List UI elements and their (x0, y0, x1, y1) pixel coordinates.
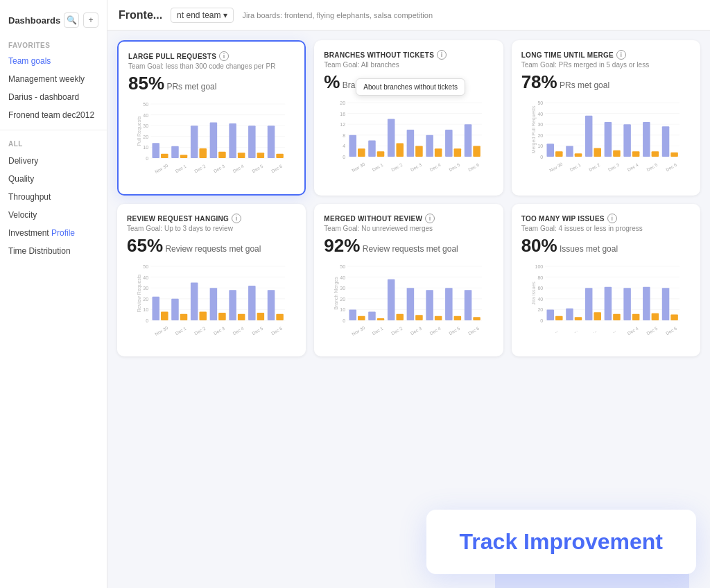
sidebar-item-fronend-team[interactable]: Fronend team dec2012 (0, 106, 107, 124)
card-branches-without-tickets: BRANCHES WITHOUT TICKETSiTeam Goal: All … (314, 40, 503, 196)
sidebar-header: Dashboards 🔍 + (0, 8, 107, 36)
search-button[interactable]: 🔍 (64, 12, 79, 28)
svg-rect-191 (613, 314, 621, 320)
chart-branches-without-tickets: 048121620Nov 30Dec 1Dec 2Dec 3Dec 4Dec 5… (324, 100, 493, 183)
svg-rect-49 (369, 141, 376, 157)
svg-rect-56 (415, 146, 423, 157)
svg-text:30: 30 (143, 123, 148, 128)
card-review-request-hanging: REVIEW REQUEST HANGINGiTeam Goal: Up to … (117, 204, 306, 356)
card-value-large-pull-requests: 85% PRs met goal (128, 73, 295, 94)
card-value-merged-without-review: 92% Review requests met goal (324, 235, 493, 257)
info-icon[interactable]: i (607, 214, 617, 223)
card-title-large-pull-requests: LARGE PULL REQUESTSi (128, 51, 295, 61)
svg-rect-132 (276, 314, 284, 320)
svg-text:...: ... (553, 328, 558, 334)
svg-rect-64 (465, 124, 472, 157)
svg-text:...: ... (610, 328, 616, 334)
svg-rect-185 (574, 317, 582, 320)
svg-rect-156 (407, 288, 415, 320)
team-dropdown[interactable]: nt end team ▾ (171, 8, 234, 23)
svg-text:40: 40 (340, 275, 346, 280)
svg-text:Dec 3: Dec 3 (213, 326, 226, 336)
svg-text:40: 40 (143, 275, 148, 280)
svg-rect-184 (566, 309, 573, 320)
card-title-long-time-until-merge: LONG TIME UNTIL MERGEi (521, 50, 691, 60)
svg-text:Dec 4: Dec 4 (232, 326, 245, 336)
card-value-review-request-hanging: 65% Review requests met goal (127, 235, 296, 257)
svg-rect-151 (377, 318, 385, 320)
svg-text:Dec 3: Dec 3 (410, 326, 423, 336)
sidebar-item-team-goals[interactable]: Team goals (0, 52, 107, 70)
sidebar-item-throughput[interactable]: Throughput (0, 188, 107, 206)
svg-text:30: 30 (340, 286, 346, 291)
svg-rect-114 (161, 312, 168, 320)
card-large-pull-requests: LARGE PULL REQUESTSiTeam Goal: less than… (117, 40, 306, 196)
svg-text:40: 40 (537, 297, 543, 302)
sidebar-item-investment-profile[interactable]: Investment Profile (0, 224, 107, 242)
svg-text:50: 50 (340, 264, 346, 269)
card-merged-without-review: MERGED WITHOUT REVIEWiTeam Goal: No unre… (314, 204, 503, 356)
card-goal-branches-without-tickets: Team Goal: All branches (324, 61, 493, 69)
svg-rect-126 (238, 314, 245, 320)
sidebar-divider (0, 130, 107, 130)
svg-text:20: 20 (340, 297, 346, 302)
svg-text:Nov 30: Nov 30 (351, 325, 366, 337)
svg-rect-80 (555, 151, 563, 157)
card-goal-review-request-hanging: Team Goal: Up to 3 days to review (127, 225, 296, 232)
sidebar-item-delivery[interactable]: Delivery (0, 152, 107, 170)
svg-text:Nov 30: Nov 30 (154, 325, 169, 337)
add-button[interactable]: + (83, 12, 98, 28)
info-icon[interactable]: i (437, 50, 447, 60)
svg-text:Dec 6: Dec 6 (665, 326, 678, 336)
svg-rect-30 (268, 126, 275, 158)
svg-rect-61 (445, 130, 453, 157)
svg-text:50: 50 (143, 264, 148, 269)
svg-rect-13 (161, 154, 168, 158)
svg-text:0: 0 (540, 318, 543, 323)
tooltip-bubble: About branches without tickets (356, 78, 465, 96)
info-icon[interactable]: i (232, 214, 241, 223)
svg-text:Dec 3: Dec 3 (213, 164, 226, 174)
svg-rect-82 (566, 146, 573, 157)
track-improvement-text: Track Improvement (460, 529, 663, 554)
svg-rect-165 (465, 290, 472, 320)
svg-text:Branch Merges: Branch Merges (334, 277, 339, 310)
svg-rect-15 (171, 146, 179, 158)
svg-rect-55 (407, 130, 415, 157)
svg-text:Dec 4: Dec 4 (232, 164, 245, 174)
svg-text:Dec 6: Dec 6 (665, 162, 678, 173)
sidebar-item-management-weekly[interactable]: Management weekly (0, 70, 107, 88)
sidebar-item-time-distribution[interactable]: Time Distribution (0, 242, 107, 260)
svg-rect-123 (218, 313, 226, 320)
svg-text:16: 16 (340, 112, 346, 116)
svg-rect-163 (454, 316, 462, 320)
sidebar-item-velocity[interactable]: Velocity (0, 206, 107, 224)
svg-rect-190 (604, 287, 612, 320)
svg-rect-147 (349, 309, 357, 320)
info-icon[interactable]: i (616, 50, 626, 60)
chart-review-request-hanging: 01020304050Nov 30Dec 1Dec 2Dec 3Dec 4Dec… (127, 263, 296, 347)
sidebar-item-darius-dashboard[interactable]: Darius - dashboard (0, 88, 107, 106)
svg-rect-199 (661, 288, 669, 320)
topbar-title: Fronte... (119, 9, 162, 21)
track-improvement-overlay: Track Improvement (426, 510, 696, 574)
svg-text:Dec 2: Dec 2 (193, 164, 207, 174)
topbar: Fronte... nt end team ▾ Jira boards: fro… (107, 0, 710, 31)
svg-rect-129 (257, 313, 265, 320)
svg-text:Dec 5: Dec 5 (251, 326, 264, 336)
info-icon[interactable]: i (219, 51, 229, 61)
main-content: Fronte... nt end team ▾ Jira boards: fro… (107, 0, 710, 588)
svg-rect-154 (397, 314, 404, 320)
svg-text:Dec 6: Dec 6 (467, 162, 480, 173)
card-title-review-request-hanging: REVIEW REQUEST HANGINGi (127, 214, 296, 223)
svg-text:0: 0 (540, 155, 543, 159)
sidebar-item-quality[interactable]: Quality (0, 170, 107, 188)
svg-text:Dec 3: Dec 3 (607, 162, 620, 173)
info-icon[interactable]: i (425, 214, 435, 223)
svg-text:Dec 1: Dec 1 (174, 164, 187, 174)
svg-rect-159 (426, 290, 434, 320)
card-goal-merged-without-review: Team Goal: No unreviewed merges (324, 225, 493, 232)
card-long-time-until-merge: LONG TIME UNTIL MERGEiTeam Goal: PRs mer… (512, 40, 700, 196)
svg-rect-28 (257, 153, 265, 158)
svg-rect-86 (594, 148, 601, 157)
